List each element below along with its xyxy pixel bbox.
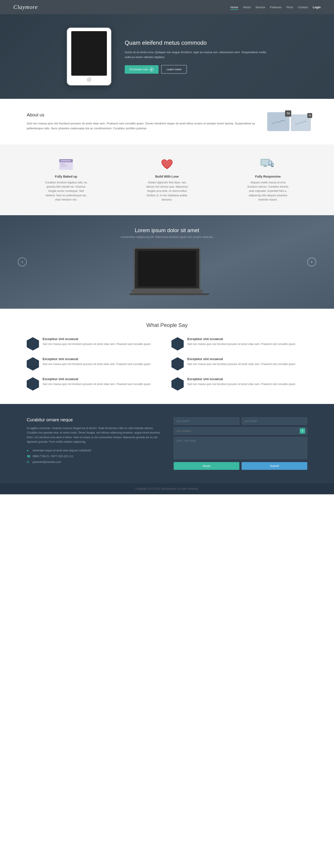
nav-link-service[interactable]: Service: [255, 6, 265, 9]
svg-rect-6: [61, 166, 66, 167]
testimonial-content: Excepteur sint occaecat Sed non massa qu…: [42, 357, 151, 366]
nav-link-features[interactable]: Features: [270, 6, 281, 9]
phone-icon: ☎: [27, 455, 30, 458]
feature-desc-love: Nullam dignissim felis diam, sed ultrice…: [145, 181, 189, 202]
feature-desc-baked: Curabitur tincidunt dapibus odio, eu gra…: [44, 181, 88, 202]
testimonial-content: Excepteur sint occaecat Sed non massa qu…: [187, 337, 296, 346]
svg-rect-14: [272, 163, 273, 166]
about-badge: 74: [285, 111, 291, 117]
testimonial-item: Excepteur sint occaecat Sed non massa qu…: [27, 337, 162, 350]
about-section: About us Sed non massa quis nisl tincidu…: [0, 99, 334, 145]
form-email-input[interactable]: [242, 417, 307, 425]
nav-item-about[interactable]: About: [243, 5, 251, 9]
nav-link-home[interactable]: Home: [231, 6, 238, 10]
svg-rect-8: [261, 160, 269, 165]
hero-tablet-image: [67, 28, 111, 86]
hero-description: Iuctus at sit amet urna. Quisque non aug…: [125, 50, 267, 60]
form-buttons: Reset Submit: [174, 462, 307, 470]
feature-item-baked: Fully Baked up Curabitur tincidunt dapib…: [44, 158, 88, 202]
hero-content: Quam eleifend metus commodo Iuctus at si…: [67, 28, 267, 86]
about-images: 74 74: [267, 112, 307, 131]
learn-more-button[interactable]: Learn more: [161, 65, 187, 74]
showcase-title: Lorem ipsum dolor sit amet: [135, 227, 199, 234]
form-row-name-email: [174, 417, 307, 425]
showcase-section: Lorem ipsum dolor sit amet consectetur a…: [0, 215, 334, 309]
showcase-next-button[interactable]: ›: [307, 257, 316, 267]
nav-item-service[interactable]: Service: [255, 5, 265, 9]
testimonial-item: Excepteur sint occaecat Sed non massa qu…: [27, 357, 162, 371]
testimonial-item: Excepteur sint occaecat Sed non massa qu…: [172, 337, 307, 350]
form-subject-input[interactable]: [174, 427, 307, 435]
form-submit-button[interactable]: Submit: [242, 462, 307, 470]
testimonial-text: Sed non massa quis nisl tincidunt posuer…: [42, 342, 151, 346]
location-icon: ●: [27, 449, 30, 452]
purchase-button[interactable]: Purchase now ▶: [125, 65, 158, 74]
nav-item-price[interactable]: Price: [286, 5, 293, 9]
navbar: Claymore Home About Service Features Pri…: [0, 0, 334, 14]
feature-icon-responsive: [260, 158, 276, 171]
laptop-screen: [133, 247, 201, 290]
footer: Copyright 2013-2014 @andreyyan, All righ…: [0, 483, 334, 494]
testimonial-content: Excepteur sint occaecat Sed non massa qu…: [187, 377, 296, 386]
nav-link-price[interactable]: Price: [286, 6, 293, 9]
svg-rect-5: [61, 165, 67, 165]
testimonial-item: Excepteur sint occaecat Sed non massa qu…: [172, 377, 307, 391]
feature-name-baked: Fully Baked up: [44, 175, 88, 178]
about-heading: About us: [27, 113, 258, 118]
form-reset-button[interactable]: Reset: [174, 462, 239, 470]
testimonial-avatar: [172, 377, 184, 391]
contact-section: Curabitur ornare neque id sagittis commo…: [0, 404, 334, 483]
about-image-secondary: 74: [291, 115, 311, 131]
about-image-main: 74: [267, 112, 290, 131]
svg-rect-2: [61, 160, 70, 161]
testimonial-name: Excepteur sint occaecat: [187, 357, 296, 361]
hero-text-block: Quam eleifend metus commodo Iuctus at si…: [125, 39, 267, 74]
contact-phone: ☎ 0888-7738-21 / 0977-333-222-111: [27, 455, 160, 458]
responsive-icon: [260, 158, 276, 171]
nav-item-login[interactable]: Login: [313, 5, 321, 9]
testimonials-heading: What People Say: [27, 322, 307, 328]
testimonial-text: Sed non massa quis nisl tincidunt posuer…: [187, 342, 296, 346]
testimonial-text: Sed non massa quis nisl tincidunt posuer…: [187, 382, 296, 386]
testimonial-text: Sed non massa quis nisl tincidunt posuer…: [42, 382, 151, 386]
form-name-input[interactable]: [174, 417, 239, 425]
features-section: Fully Baked up Curabitur tincidunt dapib…: [0, 145, 334, 215]
testimonial-avatar: [172, 337, 184, 350]
testimonial-text: Sed non massa quis nisl tincidunt posuer…: [42, 362, 151, 366]
form-message-textarea[interactable]: [174, 437, 307, 459]
svg-rect-3: [59, 162, 73, 170]
svg-rect-9: [264, 165, 266, 166]
laptop-base: [131, 290, 203, 293]
laptop-stand: [129, 293, 209, 295]
form-row-subject: ▼: [174, 427, 307, 435]
about-description: Sed non massa quis nisl tincidunt posuer…: [27, 121, 258, 131]
nav-link-about[interactable]: About: [243, 6, 251, 9]
brand-logo[interactable]: Claymore: [13, 4, 38, 10]
about-text-block: About us Sed non massa quis nisl tincidu…: [27, 113, 258, 131]
nav-link-contact[interactable]: Contact: [298, 6, 308, 9]
showcase-prev-button[interactable]: ‹: [18, 257, 27, 267]
contact-email-text: parturient@montes.com: [32, 461, 61, 464]
nav-link-login[interactable]: Login: [313, 6, 321, 9]
contact-heading: Curabitur ornare neque: [27, 417, 160, 423]
svg-rect-4: [61, 163, 65, 164]
testimonial-name: Excepteur sint occaecat: [42, 337, 151, 341]
testimonials-section: What People Say Excepteur sint occaecat …: [0, 309, 334, 404]
tablet-screen: [71, 31, 107, 76]
nav-item-contact[interactable]: Contact: [298, 5, 308, 9]
contact-address: ● venenatis neque sit amet ante aliquam …: [27, 449, 160, 452]
feature-icon-love: [159, 158, 175, 171]
hero-title: Quam eleifend metus commodo: [125, 39, 267, 46]
svg-rect-10: [263, 166, 267, 167]
nav-item-features[interactable]: Features: [270, 5, 281, 9]
feature-desc-responsive: Aliquam mattis massa at urna tincidunt u…: [246, 181, 290, 202]
footer-text: Copyright 2013-2014 @andreyyan, All righ…: [135, 487, 199, 490]
purchase-label: Purchase now: [130, 68, 148, 71]
browser-icon: [59, 159, 73, 170]
testimonial-avatar: [27, 357, 39, 371]
nav-item-home[interactable]: Home: [231, 5, 238, 9]
feature-name-responsive: Fully Responsive: [246, 175, 290, 178]
contact-phone-text: 0888-7738-21 / 0977-333-222-111: [32, 455, 73, 458]
feature-icon-baked: [58, 158, 74, 171]
hero-buttons: Purchase now ▶ Learn more: [125, 65, 267, 74]
